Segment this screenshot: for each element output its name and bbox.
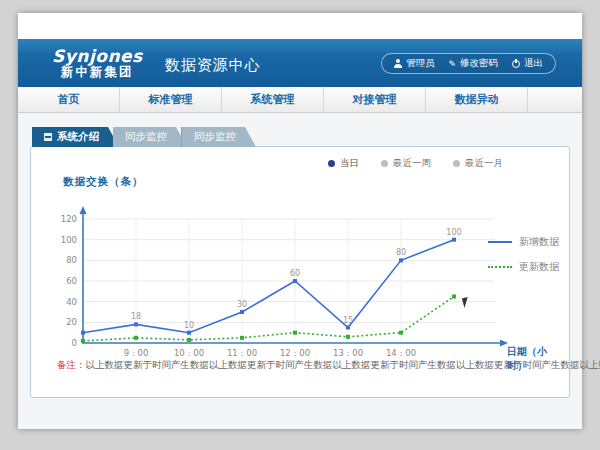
svg-text:100: 100 [61, 235, 77, 245]
nav-item-system-mgmt[interactable]: 系统管理 [222, 87, 324, 112]
filter-label: 最近一周 [393, 157, 431, 170]
y-axis-title: 数据交换（条） [63, 175, 144, 189]
logo-title: Synjones [52, 48, 143, 66]
dotted-line-icon [488, 266, 512, 268]
svg-text:12：00: 12：00 [280, 348, 310, 358]
svg-text:18: 18 [131, 312, 141, 321]
tab-sync-monitor-2[interactable]: 同步监控 [181, 127, 256, 147]
footer-note: 备注：以上数据更新于时间产生数据以上数据更新于时间产生数据以上数据更新于时间产生… [57, 359, 600, 372]
svg-text:15: 15 [343, 316, 353, 325]
logout-label: 退出 [524, 57, 543, 70]
logout-button[interactable]: 退出 [512, 57, 543, 70]
radio-dot-icon [328, 160, 335, 167]
range-filter-group: 当日 最近一周 最近一月 [328, 157, 503, 170]
svg-text:60: 60 [66, 276, 77, 286]
legend-label: 更新数据 [519, 260, 559, 274]
series-legend: 新增数据 更新数据 [488, 235, 559, 274]
chart-panel: 当日 最近一周 最近一月 数据交换（条） 0204060801001209：00… [30, 146, 570, 398]
company-logo: Synjones 新中新集团 [52, 48, 143, 79]
svg-text:14：00: 14：00 [386, 348, 416, 358]
svg-text:120: 120 [61, 214, 77, 224]
svg-text:13：00: 13：00 [333, 348, 363, 358]
note-prefix: 备注： [57, 359, 86, 370]
power-icon [512, 60, 520, 68]
filter-today[interactable]: 当日 [328, 157, 359, 170]
radio-dot-icon [381, 160, 388, 167]
tab-system-intro[interactable]: 系统介绍 [32, 127, 119, 147]
filter-label: 最近一月 [465, 157, 503, 170]
legend-label: 新增数据 [519, 235, 559, 249]
nav-item-home[interactable]: 首页 [18, 87, 120, 112]
filter-last-month[interactable]: 最近一月 [453, 157, 503, 170]
nav-item-data-change[interactable]: 数据异动 [426, 87, 528, 112]
content-area: 系统介绍 同步监控 同步监控 当日 最近一周 [18, 114, 582, 429]
svg-text:20: 20 [66, 317, 77, 327]
tab-label: 同步监控 [194, 130, 236, 144]
svg-text:10: 10 [184, 321, 194, 330]
legend-item-new-data: 新增数据 [488, 235, 559, 249]
svg-text:100: 100 [446, 228, 461, 237]
filter-last-week[interactable]: 最近一周 [381, 157, 431, 170]
svg-text:11：00: 11：00 [227, 348, 257, 358]
svg-text:30: 30 [237, 300, 247, 309]
svg-text:80: 80 [396, 248, 406, 257]
chart-area: 数据交换（条） 0204060801001209：0010：0011：0012：… [37, 173, 563, 369]
legend-item-update-data: 更新数据 [488, 260, 559, 274]
solid-line-icon [488, 241, 512, 243]
line-chart: 0204060801001209：0010：0011：0012：0013：001… [45, 191, 583, 363]
window-icon [44, 133, 52, 141]
filter-label: 当日 [340, 157, 359, 170]
change-password-label: 修改密码 [460, 57, 498, 70]
app-header: Synjones 新中新集团 数据资源中心 管理员 ✎ 修改密码 退出 [18, 39, 582, 87]
page-title: 数据资源中心 [165, 56, 261, 75]
svg-text:60: 60 [290, 269, 300, 278]
logo-subtitle: 新中新集团 [52, 65, 143, 78]
svg-text:10：00: 10：00 [174, 348, 204, 358]
user-icon [394, 59, 402, 68]
note-text: 以上数据更新于时间产生数据以上数据更新于时间产生数据以上数据更新于时间产生数据以… [86, 359, 600, 370]
nav-item-interface-mgmt[interactable]: 对接管理 [324, 87, 426, 112]
user-menu[interactable]: 管理员 [394, 57, 435, 70]
tab-label: 系统介绍 [57, 130, 99, 144]
app-window: Synjones 新中新集团 数据资源中心 管理员 ✎ 修改密码 退出 首页 标… [18, 13, 582, 429]
edit-icon: ✎ [448, 59, 456, 69]
main-nav: 首页 标准管理 系统管理 对接管理 数据异动 [18, 87, 582, 113]
radio-dot-icon [453, 160, 460, 167]
tab-bar: 系统介绍 同步监控 同步监控 [32, 127, 570, 147]
change-password-button[interactable]: ✎ 修改密码 [448, 57, 498, 70]
user-label: 管理员 [406, 57, 435, 70]
svg-text:40: 40 [66, 297, 77, 307]
svg-text:0: 0 [72, 338, 77, 348]
nav-item-standard-mgmt[interactable]: 标准管理 [120, 87, 222, 112]
tab-sync-monitor-1[interactable]: 同步监控 [113, 127, 187, 147]
svg-text:9：00: 9：00 [124, 348, 149, 358]
svg-text:80: 80 [66, 255, 77, 265]
tab-label: 同步监控 [125, 130, 167, 144]
user-toolbar: 管理员 ✎ 修改密码 退出 [381, 53, 556, 74]
